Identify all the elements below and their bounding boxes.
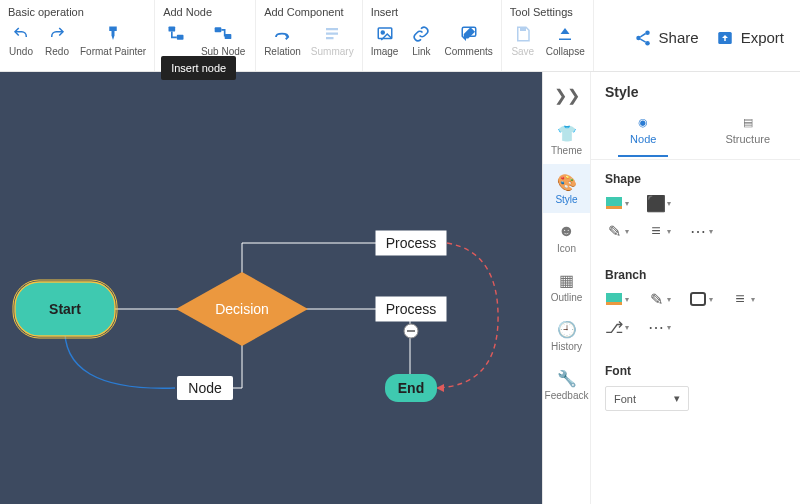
font-family-select[interactable]: Font ▾ — [605, 386, 689, 411]
undo-icon — [11, 24, 31, 44]
start-node-text: Start — [49, 301, 81, 317]
clock-icon: 🕘 — [557, 319, 577, 339]
branch-style-a[interactable]: ⎇▾ — [605, 318, 629, 336]
branch-pen-picker[interactable]: ✎▾ — [647, 290, 671, 308]
export-button[interactable]: Export — [715, 28, 784, 48]
tab-icon[interactable]: ☻Icon — [543, 213, 590, 262]
svg-point-10 — [636, 35, 641, 40]
tab-history[interactable]: 🕘History — [543, 311, 590, 360]
process1-text: Process — [386, 235, 437, 251]
group-title: Basic operation — [4, 4, 150, 22]
group-add-component: Add Component Relation Summary — [256, 0, 363, 71]
link-icon — [411, 24, 431, 44]
redo-label: Redo — [45, 46, 69, 57]
save-button[interactable]: Save — [506, 22, 540, 59]
shape-fill-picker[interactable]: ▾ — [605, 194, 629, 212]
top-toolbar: Basic operation Undo Redo Format Painter… — [0, 0, 800, 72]
relation-icon — [272, 24, 292, 44]
main-area: Start Decision Process Process Node End … — [0, 72, 800, 504]
link-button[interactable]: Link — [404, 22, 438, 59]
undo-button[interactable]: Undo — [4, 22, 38, 59]
branch-outline-picker[interactable]: ▾ — [689, 290, 713, 308]
collapse-panel-button[interactable]: ❯❯ — [554, 80, 580, 115]
group-title: Add Component — [260, 4, 358, 22]
group-add-node: Add Node Node Sub Node Insert node — [155, 0, 256, 71]
group-basic-operation: Basic operation Undo Redo Format Painter — [0, 0, 155, 71]
relation-button[interactable]: Relation — [260, 22, 305, 59]
redo-button[interactable]: Redo — [40, 22, 74, 59]
add-node-button[interactable]: Node — [159, 22, 193, 59]
tshirt-icon: 👕 — [557, 123, 577, 143]
branch-icon: ⎇ — [605, 318, 623, 336]
collapse-icon — [555, 24, 575, 44]
save-icon — [513, 24, 533, 44]
group-tool-settings: Tool Settings Save Collapse — [502, 0, 594, 71]
branch-fill-picker[interactable]: ▾ — [605, 290, 629, 308]
comments-icon — [459, 24, 479, 44]
section-title: Branch — [605, 268, 786, 282]
fill-icon — [605, 290, 623, 308]
tab-theme[interactable]: 👕Theme — [543, 115, 590, 164]
tab-style[interactable]: 🎨Style — [543, 164, 590, 213]
svg-point-8 — [381, 31, 384, 34]
group-share-export: Share Export — [623, 0, 800, 71]
fill-icon — [605, 194, 623, 212]
group-insert: Insert Image Link Comments — [363, 0, 502, 71]
share-icon — [633, 28, 653, 48]
panel-tab-structure[interactable]: ▤ Structure — [696, 110, 801, 159]
smiley-icon: ☻ — [557, 221, 577, 241]
svg-point-11 — [645, 30, 650, 35]
border-color-picker[interactable]: ✎▾ — [605, 222, 629, 240]
add-node-icon — [166, 24, 186, 44]
add-subnode-button[interactable]: Sub Node — [195, 22, 251, 59]
export-icon — [715, 28, 735, 48]
svg-point-12 — [645, 41, 650, 46]
pencil-icon: ✎ — [605, 222, 623, 240]
tab-outline[interactable]: ▦Outline — [543, 262, 590, 311]
summary-icon — [322, 24, 342, 44]
node-text: Node — [188, 380, 222, 396]
process2-text: Process — [386, 301, 437, 317]
summary-button[interactable]: Summary — [307, 22, 358, 59]
outline-icon — [689, 290, 707, 308]
shape-type-picker[interactable]: ⬛▾ — [647, 194, 671, 212]
share-button[interactable]: Share — [633, 28, 699, 48]
flowchart-canvas[interactable]: Start Decision Process Process Node End — [0, 72, 542, 504]
section-branch: Branch ▾ ✎▾ ▾ ≡▾ ⎇▾ ⋯▾ — [591, 256, 800, 352]
collapse-label: Collapse — [546, 46, 585, 57]
svg-rect-1 — [177, 35, 184, 40]
section-font: Font Font ▾ — [591, 352, 800, 417]
svg-rect-2 — [215, 27, 222, 32]
format-painter-button[interactable]: Format Painter — [76, 22, 150, 59]
branch-lines-picker[interactable]: ≡▾ — [731, 290, 755, 308]
end-node-text: End — [398, 380, 424, 396]
relation-label: Relation — [264, 46, 301, 57]
panel-tabs: ◉ Node ▤ Structure — [591, 110, 800, 160]
image-icon — [375, 24, 395, 44]
group-title: Tool Settings — [506, 4, 589, 22]
pencil-icon: ✎ — [647, 290, 665, 308]
comments-button[interactable]: Comments — [440, 22, 496, 59]
palette-icon: 🎨 — [557, 172, 577, 192]
dashed-icon: ⋯ — [647, 318, 665, 336]
lines-icon: ≡ — [731, 290, 749, 308]
collapse-button[interactable]: Collapse — [542, 22, 589, 59]
tab-feedback[interactable]: 🔧Feedback — [543, 360, 590, 409]
insert-node-tooltip: Insert node — [161, 56, 236, 80]
node-tab-icon: ◉ — [638, 116, 648, 129]
structure-tab-icon: ▤ — [743, 116, 753, 129]
border-width-picker[interactable]: ≡▾ — [647, 222, 671, 240]
grid-icon: ▦ — [557, 270, 577, 290]
section-shape: Shape ▾ ⬛▾ ✎▾ ≡▾ ⋯▾ — [591, 160, 800, 256]
summary-label: Summary — [311, 46, 354, 57]
group-title: Insert — [367, 4, 497, 22]
panel-tab-node[interactable]: ◉ Node — [591, 110, 696, 159]
svg-rect-6 — [326, 37, 334, 39]
image-button[interactable]: Image — [367, 22, 403, 59]
wrench-icon: 🔧 — [557, 368, 577, 388]
share-label: Share — [659, 29, 699, 46]
brush-icon — [103, 24, 123, 44]
lines-icon: ≡ — [647, 222, 665, 240]
border-style-picker[interactable]: ⋯▾ — [689, 222, 713, 240]
branch-style-b[interactable]: ⋯▾ — [647, 318, 671, 336]
